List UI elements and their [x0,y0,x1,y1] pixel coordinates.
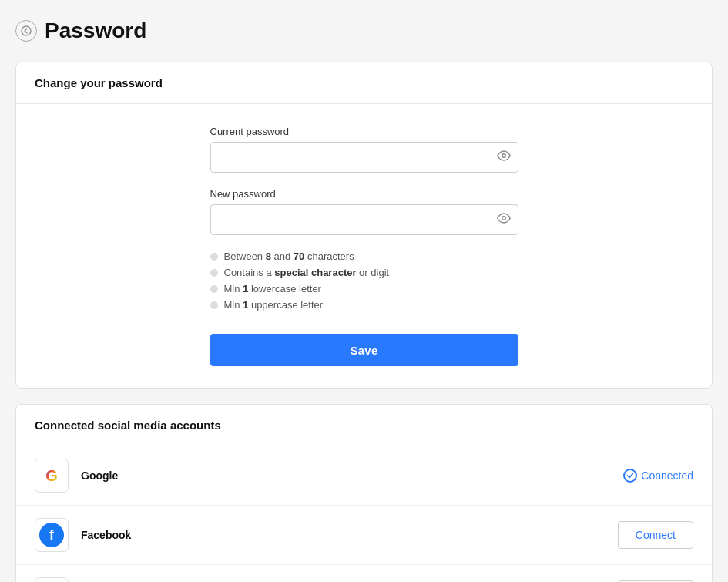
google-action: Connected [623,469,693,483]
social-accounts-header: Connected social media accounts [16,405,712,446]
social-item-other: Other social media PayPal, TikTok, Twitc… [16,565,712,582]
current-password-input-wrapper [210,142,518,173]
page-header: Password [15,19,713,43]
rule-text-lowercase: Min 1 lowercase letter [224,283,321,294]
rule-text-special: Contains a special character or digit [224,267,390,278]
svg-point-0 [22,26,31,35]
facebook-name: Facebook [81,529,606,541]
facebook-logo-icon: f [39,523,64,547]
save-button[interactable]: Save [210,334,518,366]
google-info: Google [81,469,611,482]
change-password-body: Current password New password [16,104,712,388]
page-container: Password Change your password Current pa… [0,0,728,582]
rule-text-length: Between 8 and 70 characters [224,251,354,262]
facebook-connect-button[interactable]: Connect [618,521,693,549]
toggle-new-password-icon[interactable] [497,211,511,228]
other-social-icon-box [35,577,69,582]
new-password-group: New password [210,188,518,235]
social-item-facebook: f Facebook Connect [16,506,712,565]
google-name: Google [81,469,611,482]
facebook-info: Facebook [81,529,606,541]
facebook-icon-box: f [35,518,69,552]
rule-dot-lowercase [210,285,218,293]
rule-lowercase: Min 1 lowercase letter [210,283,518,294]
rule-length: Between 8 and 70 characters [210,251,518,262]
google-logo-icon: G [45,467,58,485]
rule-uppercase: Min 1 uppercase letter [210,299,518,311]
back-button[interactable] [15,20,37,42]
toggle-current-password-icon[interactable] [497,149,511,166]
social-accounts-list: G Google Connected [16,446,712,582]
current-password-input[interactable] [210,142,518,173]
svg-point-2 [502,217,505,220]
google-connected-label: Connected [641,469,693,482]
page-title: Password [45,19,146,43]
new-password-label: New password [210,188,518,200]
rule-dot-uppercase [210,301,218,309]
change-password-header: Change your password [16,62,712,104]
password-form: Current password New password [35,126,693,366]
rule-text-uppercase: Min 1 uppercase letter [224,299,324,311]
facebook-action: Connect [618,521,693,549]
social-item-google: G Google Connected [16,446,712,506]
current-password-label: Current password [210,126,518,137]
new-password-input[interactable] [210,204,518,235]
new-password-input-wrapper [210,204,518,235]
social-accounts-card: Connected social media accounts G Google [15,404,713,582]
rule-dot-length [210,253,218,261]
validation-rules: Between 8 and 70 characters Contains a s… [210,251,518,315]
google-icon-box: G [35,459,69,493]
svg-point-1 [502,154,505,158]
change-password-card: Change your password Current password [15,62,713,389]
rule-dot-special [210,269,218,277]
connected-check-icon [623,469,637,483]
rule-special: Contains a special character or digit [210,267,518,278]
google-connected-badge: Connected [623,469,693,483]
current-password-group: Current password [210,126,518,173]
